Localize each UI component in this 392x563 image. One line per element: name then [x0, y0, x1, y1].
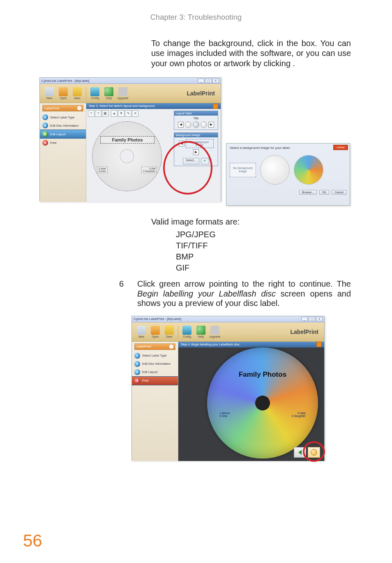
step2-label: Edit Disc Information	[50, 124, 78, 127]
editor-content: Step 3. Select the label's layout and ba…	[86, 103, 221, 202]
toolbar-save-label: Save	[166, 335, 173, 338]
toolbar-open-label: Open	[152, 335, 159, 338]
minimize-button[interactable]: _	[301, 317, 308, 321]
sidebar-step-3[interactable]: 3Edit Layout	[40, 130, 86, 139]
maximize-button[interactable]: ▢	[309, 317, 315, 321]
toolbar-open[interactable]: Open	[149, 326, 161, 338]
tool-back[interactable]: ▼	[118, 110, 125, 117]
layout-title-label: Title	[174, 116, 218, 120]
sidebar-step-2[interactable]: 2Edit Disc Information	[132, 360, 178, 368]
tool-italic[interactable]: T	[95, 110, 101, 117]
dialog-browse-button[interactable]: Browse...	[299, 190, 317, 195]
preview-meta-left-1: 1 Album	[219, 412, 230, 415]
nav-prev-button[interactable]	[294, 447, 306, 458]
minimize-button[interactable]: _	[198, 79, 204, 83]
bg-next-button[interactable]: ▶	[193, 149, 199, 155]
background-image-header: Background Image:	[174, 133, 218, 137]
toolbar-help-label: Help	[106, 97, 112, 100]
close-button[interactable]: ✕	[212, 79, 219, 83]
toolbar-config[interactable]: Config	[89, 87, 101, 100]
layout-thumb-1[interactable]	[185, 121, 191, 128]
tool-front[interactable]: ▲	[111, 110, 118, 117]
tool-text[interactable]: T	[88, 110, 95, 117]
toolbar-save[interactable]: Save	[71, 87, 83, 100]
sidebar-step-2[interactable]: 2Edit Disc Information	[40, 121, 86, 130]
step4-icon: 4	[42, 140, 48, 146]
toolbar-save[interactable]: Save	[163, 326, 175, 338]
layout-next-button[interactable]: ▶	[208, 122, 214, 127]
step1-label: Select Label Type	[50, 116, 75, 119]
chapter-header: Chapter 3: Troubleshooting	[25, 13, 367, 22]
tool-edit[interactable]: ✎	[125, 110, 131, 117]
intro-end: .	[293, 59, 295, 68]
step3-label: Edit Layout	[142, 370, 158, 374]
preview-content: Step 4. Begin labelling your Labelflash …	[178, 342, 324, 461]
toolbar-new[interactable]: New	[43, 87, 55, 100]
upgrade-icon	[118, 87, 127, 96]
sidebar-step-4[interactable]: 4Print	[132, 376, 178, 385]
maximize-button[interactable]: ▢	[205, 79, 212, 83]
toolbar-upgrade-label: Upgrade	[210, 335, 221, 338]
dialog-ok-button[interactable]: OK	[319, 190, 329, 195]
step2-label: Edit Disc Information	[142, 362, 171, 366]
step3-icon: 3	[42, 131, 48, 137]
sidebar-collapse-icon[interactable]: −	[169, 345, 173, 349]
preview-meta-left: 1 Album 2 Disc	[219, 412, 230, 417]
toolbar-config-label: Config	[183, 335, 191, 338]
wizard-sidebar: LabelPrint − 1Select Label Type 2Edit Di…	[40, 103, 86, 202]
banner-help-icon[interactable]	[316, 342, 322, 347]
toolbar-new[interactable]: New	[135, 326, 148, 338]
intro-mid: in the	[277, 39, 302, 48]
step6-italic: Begin labelling your Labelflash disc	[137, 289, 276, 298]
nav-next-button[interactable]	[308, 447, 320, 458]
disc-title-field[interactable]: Family Photos	[100, 136, 154, 144]
toolbar-open-label: Open	[60, 97, 67, 100]
labelprint-window-step4: CyberLink LabelPrint - [MyLabel] _ ▢ ✕ N…	[131, 316, 325, 461]
sidebar-collapse-icon[interactable]: −	[77, 106, 81, 110]
sidebar-step-3[interactable]: 3Edit Layout	[132, 368, 178, 376]
dialog-help-badge[interactable]: unclear	[333, 145, 348, 150]
sidebar-step-4[interactable]: 4Print	[40, 139, 86, 147]
layout-thumb-2[interactable]	[193, 121, 199, 128]
sidebar-title: LabelPrint −	[134, 343, 175, 350]
dialog-thumb-1[interactable]	[260, 155, 290, 185]
formats-lead: Valid image formats are:	[151, 217, 351, 227]
toolbar-config[interactable]: Config	[181, 326, 193, 338]
sidebar-step-1[interactable]: 1Select Label Type	[40, 113, 86, 121]
banner-help-icon[interactable]	[213, 104, 218, 109]
toolbar-open[interactable]: Open	[57, 87, 69, 100]
preview-meta-right: 3 Date 4 Daughter	[291, 412, 306, 417]
dialog-thumb-none[interactable]: No background image	[230, 163, 256, 177]
window-buttons: _ ▢ ✕	[198, 79, 219, 83]
bg-select-button[interactable]: Select...	[183, 158, 199, 164]
layout-prev-button[interactable]: ◀	[178, 122, 184, 127]
dialog-thumb-2[interactable]	[294, 155, 323, 185]
background-select-dialog: unclear Select a background image for yo…	[226, 143, 350, 206]
dialog-cancel-button[interactable]: Cancel	[332, 190, 346, 195]
step-6-number: 6	[119, 279, 127, 308]
disc-meta-left[interactable]: 1 label 2 User	[97, 167, 108, 173]
tool-image[interactable]: ▦	[102, 110, 108, 117]
disc-hole	[120, 149, 134, 163]
new-icon	[45, 87, 54, 96]
window-title-text: CyberLink LabelPrint - [MyLabel]	[42, 79, 89, 83]
toolbar-config-label: Config	[91, 97, 99, 100]
close-button[interactable]: ✕	[316, 317, 323, 321]
toolbar-help[interactable]: Help	[103, 87, 115, 100]
sidebar-step-1[interactable]: 1Select Label Type	[132, 352, 178, 360]
toolbar-upgrade[interactable]: Upgrade	[209, 326, 221, 338]
toolbar-divider	[86, 87, 86, 100]
layout-thumb-3[interactable]	[201, 121, 207, 128]
preview-meta-right-2: 4 Daughter	[291, 415, 306, 417]
toolbar-upgrade[interactable]: Upgrade	[117, 87, 129, 100]
intro-paragraph: To change the background, click in the b…	[151, 38, 351, 68]
bg-prev-button[interactable]: ◀	[179, 141, 184, 146]
disc-preview: Family Photos 1 Album 2 Disc 3 Date 4 Da…	[207, 348, 318, 459]
bg-import-button[interactable]	[201, 158, 209, 164]
step1-icon: 1	[42, 114, 48, 120]
tool-delete[interactable]: ✕	[132, 110, 138, 117]
toolbar-help[interactable]: Help	[195, 326, 207, 338]
bg-none-tile[interactable]: No background image	[186, 139, 214, 148]
step2-icon: 2	[134, 361, 140, 367]
disc-meta-right[interactable]: 3 20# 4 Daughter	[141, 167, 157, 173]
